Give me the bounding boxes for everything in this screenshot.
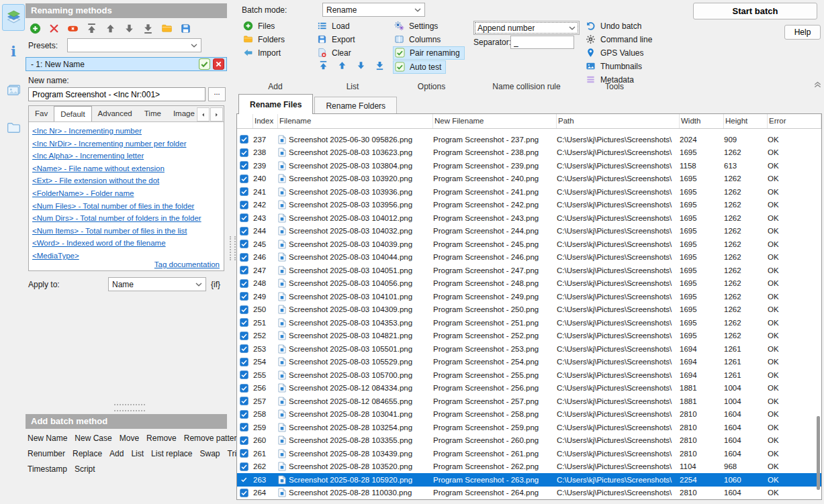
row-checkbox[interactable] <box>237 410 253 419</box>
scrollbar-thumb[interactable] <box>817 416 820 490</box>
add-method-list-replace[interactable]: List replace <box>151 449 192 458</box>
settings-button[interactable]: Settings <box>393 19 442 33</box>
move-method-top-button[interactable] <box>86 23 97 34</box>
table-row[interactable]: 250Screenshot 2025-08-03 104309.pngProgr… <box>237 303 821 317</box>
load-button[interactable]: Load <box>316 19 354 33</box>
move-method-bottom-button[interactable] <box>142 23 154 34</box>
tab-scroll-right-button[interactable] <box>210 107 223 121</box>
row-checkbox[interactable] <box>237 240 253 248</box>
tag-tab-fav[interactable]: Fav <box>29 106 54 121</box>
add-method-remove[interactable]: Remove <box>146 434 177 443</box>
tag-tab-time[interactable]: Time <box>138 106 167 121</box>
move-method-down-button[interactable] <box>124 23 135 34</box>
table-row[interactable]: 259Screenshot 2025-08-28 103254.pngProgr… <box>237 421 821 434</box>
row-checkbox[interactable] <box>237 332 253 340</box>
add-method-replace[interactable]: Replace <box>73 449 102 458</box>
separator-input[interactable] <box>510 36 574 49</box>
table-row[interactable]: 264Screenshot 2025-08-28 110030.pngProgr… <box>237 487 821 500</box>
import-button[interactable]: Import <box>242 46 285 60</box>
tab-rename-files[interactable]: Rename Files <box>238 94 313 114</box>
add-method-timestamp[interactable]: Timestamp <box>28 464 67 474</box>
auto-test-button[interactable]: Auto test <box>393 60 446 74</box>
table-row[interactable]: 260Screenshot 2025-08-28 103355.pngProgr… <box>237 434 821 448</box>
table-row[interactable]: 261Screenshot 2025-08-28 103439.pngProgr… <box>237 447 821 460</box>
table-row[interactable]: 246Screenshot 2025-08-03 104044.pngProgr… <box>237 251 821 264</box>
tag-link[interactable]: <Num Dirs> - Total number of folders in … <box>32 212 224 225</box>
add-method-script[interactable]: Script <box>75 464 95 474</box>
row-checkbox[interactable] <box>237 266 253 274</box>
row-checkbox[interactable] <box>237 462 253 471</box>
row-checkbox[interactable] <box>237 423 253 432</box>
column-header-path[interactable]: Path <box>557 114 680 128</box>
column-header-height[interactable]: Height <box>724 114 768 128</box>
table-row[interactable]: 252Screenshot 2025-08-03 104821.pngProgr… <box>237 330 821 343</box>
row-checkbox[interactable] <box>237 370 253 379</box>
row-checkbox[interactable] <box>237 436 253 445</box>
folders-button[interactable]: Folders <box>242 33 289 46</box>
add-method-list[interactable]: List <box>131 449 144 458</box>
method-remove-button[interactable] <box>213 58 224 70</box>
start-batch-button[interactable]: Start batch <box>693 3 817 19</box>
add-method-move[interactable]: Move <box>120 434 139 443</box>
column-header-new-filename[interactable]: New Filename <box>433 114 557 128</box>
table-row[interactable]: 238Screenshot 2025-08-03 103623.pngProgr… <box>237 146 821 160</box>
collapse-toolbar-icon[interactable] <box>813 79 823 89</box>
sidebar-renaming-methods-button[interactable] <box>2 4 25 31</box>
move-file-up-button[interactable] <box>337 60 347 70</box>
column-header-filename[interactable]: Filename <box>278 114 433 128</box>
gps-values-button[interactable]: GPS Values <box>584 46 647 60</box>
name-collision-dropdown[interactable]: Append number <box>473 21 580 35</box>
more-button[interactable]: ... <box>208 87 226 101</box>
add-method-new-case[interactable]: New Case <box>75 434 111 443</box>
vertical-scrollbar[interactable] <box>816 129 821 498</box>
open-preset-button[interactable] <box>161 23 173 34</box>
add-method-add[interactable]: Add <box>109 449 124 458</box>
apply-to-dropdown[interactable]: Name <box>108 277 206 291</box>
row-checkbox[interactable] <box>237 161 253 170</box>
table-row[interactable]: 243Screenshot 2025-08-03 104012.pngProgr… <box>237 211 821 225</box>
table-row[interactable]: 254Screenshot 2025-08-03 105529.pngProgr… <box>237 356 821 369</box>
remove-method-button[interactable] <box>48 23 60 34</box>
table-row[interactable]: 257Screenshot 2025-08-12 084655.pngProgr… <box>237 395 821 408</box>
table-row[interactable]: 249Screenshot 2025-08-03 104101.pngProgr… <box>237 290 821 303</box>
row-checkbox[interactable] <box>237 449 253 458</box>
move-file-top-button[interactable] <box>318 60 328 70</box>
add-method-renumber[interactable]: Renumber <box>28 449 65 458</box>
add-method-swap[interactable]: Swap <box>199 449 220 458</box>
table-row[interactable]: 253Screenshot 2025-08-03 105501.pngProgr… <box>237 342 821 356</box>
table-row[interactable]: 241Screenshot 2025-08-03 103936.pngProgr… <box>237 185 821 199</box>
row-checkbox[interactable] <box>237 292 253 301</box>
batch-mode-dropdown[interactable]: Rename <box>322 3 425 17</box>
vertical-splitter-grip[interactable] <box>227 0 236 504</box>
save-preset-button[interactable] <box>180 23 191 34</box>
column-header-index[interactable]: Index <box>253 114 278 128</box>
table-row[interactable]: 258Screenshot 2025-08-28 103041.pngProgr… <box>237 408 821 421</box>
table-row[interactable]: 240Screenshot 2025-08-03 103920.pngProgr… <box>237 172 821 186</box>
thumbnails-button[interactable]: Thumbnails <box>584 60 646 73</box>
move-file-down-button[interactable] <box>356 60 366 70</box>
table-row[interactable]: 239Screenshot 2025-08-03 103804.pngProgr… <box>237 159 821 172</box>
columns-button[interactable]: Columns <box>393 33 445 46</box>
table-row[interactable]: 248Screenshot 2025-08-03 104056.pngProgr… <box>237 277 821 291</box>
row-checkbox[interactable] <box>237 227 253 236</box>
table-row[interactable]: 242Screenshot 2025-08-03 103956.pngProgr… <box>237 199 821 212</box>
tab-rename-folders[interactable]: Rename Folders <box>314 97 397 114</box>
table-row[interactable]: 262Screenshot 2025-08-28 103520.pngProgr… <box>237 460 821 474</box>
clear-button[interactable]: Clear <box>316 46 355 60</box>
tag-link[interactable]: <FolderName> - Folder name <box>32 187 224 200</box>
move-method-up-button[interactable] <box>105 23 116 34</box>
tag-link[interactable]: <Inc Nr> - Incrementing number <box>32 125 224 138</box>
table-row[interactable]: 255Screenshot 2025-08-03 105700.pngProgr… <box>237 368 821 382</box>
column-header-width[interactable]: Width <box>680 114 724 128</box>
tag-documentation-link[interactable]: Tag documentation <box>154 260 220 268</box>
command-line-button[interactable]: Command line <box>584 33 656 46</box>
table-row[interactable]: 263Screenshot 2025-08-28 105920.pngProgr… <box>237 473 821 487</box>
tag-tab-advanced[interactable]: Advanced <box>92 106 138 121</box>
column-header-checkbox[interactable] <box>237 114 253 128</box>
files-button[interactable]: Files <box>242 19 279 33</box>
undo-batch-button[interactable]: Undo batch <box>584 19 645 33</box>
export-button[interactable]: Export <box>316 33 359 46</box>
table-row[interactable]: 251Screenshot 2025-08-03 104353.pngProgr… <box>237 316 821 330</box>
row-checkbox[interactable] <box>237 475 253 484</box>
tag-link[interactable]: <Name> - File name without extension <box>32 162 224 175</box>
